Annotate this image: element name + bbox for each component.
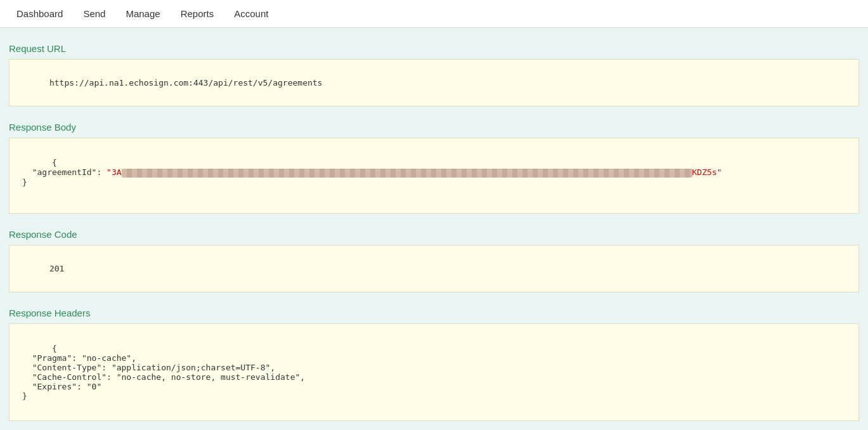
headers-line3: "Cache-Control": "no-cache, no-store, mu… <box>22 372 305 382</box>
response-body-value-start: "3A <box>107 167 121 177</box>
nav-dashboard[interactable]: Dashboard <box>6 1 73 27</box>
response-headers-box: { "Pragma": "no-cache", "Content-Type": … <box>9 323 859 421</box>
response-code-box: 201 <box>9 245 859 292</box>
nav-manage[interactable]: Manage <box>115 1 170 27</box>
response-code-label: Response Code <box>9 229 859 240</box>
request-url-section: Request URL https://api.na1.echosign.com… <box>0 28 868 107</box>
response-body-close-brace: } <box>22 178 27 187</box>
response-body-key: "agreementId" <box>32 167 97 177</box>
response-body-box: { "agreementId": "3AKDZ5s" } <box>9 138 859 214</box>
response-body-value-end: KDZ5s" <box>692 167 722 177</box>
response-body-label: Response Body <box>9 122 859 133</box>
headers-line2: "Content-Type": "application/json;charse… <box>22 363 275 372</box>
nav-send[interactable]: Send <box>73 1 115 27</box>
response-headers-section: Response Headers { "Pragma": "no-cache",… <box>0 292 868 421</box>
main-content: Request URL https://api.na1.echosign.com… <box>0 28 868 430</box>
request-url-value: https://api.na1.echosign.com:443/api/res… <box>49 78 322 88</box>
response-code-section: Response Code 201 <box>0 214 868 292</box>
response-code-value: 201 <box>49 264 64 273</box>
nav-account[interactable]: Account <box>224 1 278 27</box>
response-headers-label: Response Headers <box>9 308 859 318</box>
headers-close-brace: } <box>22 391 27 401</box>
headers-line1: "Pragma": "no-cache", <box>22 353 136 363</box>
headers-line4: "Expires": "0" <box>22 382 101 391</box>
request-url-label: Request URL <box>9 43 859 54</box>
headers-open-brace: { <box>52 344 57 353</box>
nav-reports[interactable]: Reports <box>171 1 224 27</box>
response-body-section: Response Body { "agreementId": "3AKDZ5s"… <box>0 107 868 214</box>
request-url-box: https://api.na1.echosign.com:443/api/res… <box>9 59 859 107</box>
redacted-value <box>122 169 692 178</box>
navbar: Dashboard Send Manage Reports Account <box>0 0 868 28</box>
response-body-colon: : <box>96 167 107 177</box>
